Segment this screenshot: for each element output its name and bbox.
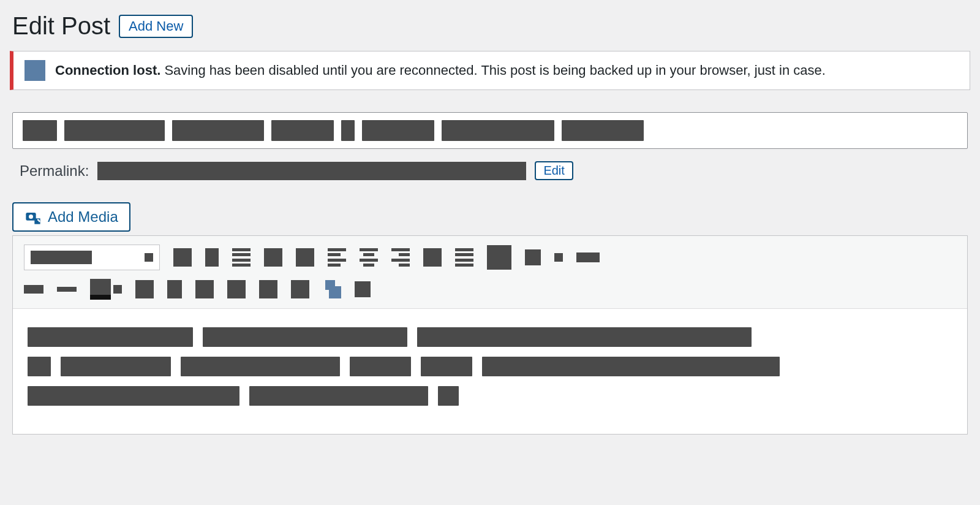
italic-button[interactable] [205,248,219,267]
editor-toolbar [13,236,967,309]
editor [12,235,968,435]
bulleted-list-button[interactable] [232,248,251,267]
chevron-down-icon [145,253,153,262]
add-media-button[interactable]: Add Media [12,202,130,232]
content-word [417,327,752,347]
redo-button[interactable] [323,280,341,298]
content-word [482,357,780,376]
content-word [421,357,472,376]
special-char-button[interactable] [195,280,214,298]
title-word [64,120,165,141]
title-word [442,120,554,141]
add-new-button[interactable]: Add New [119,15,193,38]
format-dropdown[interactable] [24,245,160,270]
notice-strong: Connection lost. [55,63,160,78]
fullscreen-button[interactable] [525,249,541,265]
kitchen-sink-button[interactable] [554,253,563,262]
align-center-button[interactable] [360,248,378,267]
warning-icon [24,60,45,81]
page-title: Edit Post [12,12,110,40]
content-word [28,327,193,347]
notice-text: Connection lost. Saving has been disable… [55,61,826,80]
undo-button[interactable] [291,280,309,298]
content-word [249,386,428,406]
align-left-button[interactable] [328,248,346,267]
text-color-button[interactable] [90,279,122,300]
help-button[interactable] [355,281,371,297]
title-word [271,120,334,141]
link-button[interactable] [423,248,442,267]
chevron-down-icon [113,285,122,294]
camera-icon [24,208,42,226]
content-word [203,327,407,347]
content-word [438,386,459,406]
indent-button[interactable] [259,280,277,298]
paste-text-button[interactable] [135,280,154,298]
permalink-label: Permalink: [20,162,89,180]
content-word [28,357,51,376]
title-word [362,120,434,141]
permalink-url[interactable] [97,162,526,180]
blockquote-button[interactable] [296,248,314,267]
title-word [172,120,264,141]
bold-button[interactable] [173,248,192,267]
add-media-label: Add Media [48,208,118,226]
title-word [341,120,355,141]
format-dropdown-value [31,251,92,264]
numbered-list-button[interactable] [264,248,282,267]
strikethrough-button[interactable] [24,285,43,294]
content-word [181,357,340,376]
clear-formatting-button[interactable] [167,280,182,298]
content-word [350,357,411,376]
svg-point-1 [29,215,33,219]
content-word [61,357,171,376]
horizontal-rule-button[interactable] [57,287,77,292]
toolbar-toggle-button[interactable] [487,245,511,270]
editor-content[interactable] [13,309,967,434]
title-word [562,120,644,141]
outdent-button[interactable] [227,280,246,298]
keyboard-shortcuts-button[interactable] [576,252,600,262]
connection-lost-notice: Connection lost. Saving has been disable… [10,51,970,90]
align-right-button[interactable] [391,248,410,267]
edit-permalink-button[interactable]: Edit [535,161,573,180]
title-word [23,120,57,141]
content-word [28,386,239,406]
post-title-input[interactable] [12,112,968,149]
read-more-button[interactable] [455,248,473,267]
notice-rest: Saving has been disabled until you are r… [160,63,826,78]
